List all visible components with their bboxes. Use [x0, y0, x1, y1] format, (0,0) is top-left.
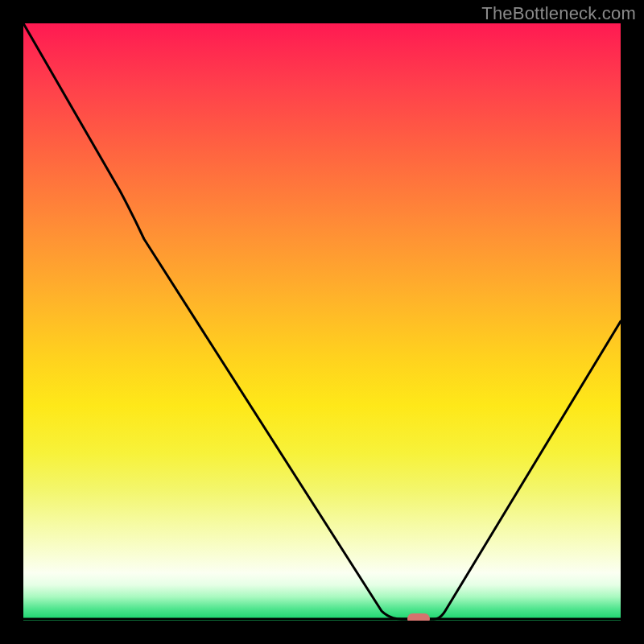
optimal-marker: [407, 613, 430, 621]
bottleneck-curve: [23, 23, 621, 619]
chart-container: TheBottleneck.com: [0, 0, 644, 644]
watermark-text: TheBottleneck.com: [481, 3, 636, 24]
plot-area: [23, 23, 621, 621]
chart-svg: [23, 23, 621, 621]
